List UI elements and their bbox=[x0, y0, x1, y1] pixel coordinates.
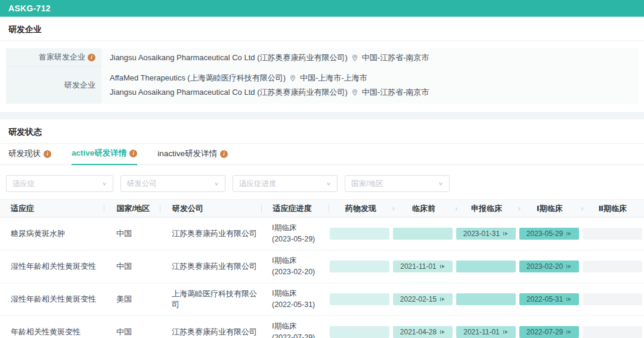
company-location: 中国-江苏省-南京市 bbox=[362, 85, 429, 100]
table-row: 糖尿病黄斑水肿 中国 江苏奥赛康药业有限公司 Ⅰ期临床(2023-05-29) … bbox=[0, 218, 644, 250]
stage-bar-preclinical bbox=[393, 228, 453, 240]
stage-bar-ind-filed[interactable]: 2021-11-01 bbox=[456, 326, 516, 338]
cell-indication: 糖尿病黄斑水肿 bbox=[0, 228, 104, 239]
stage-bar-phase2-empty bbox=[583, 293, 642, 305]
status-section-heading: 研发状态 bbox=[0, 119, 644, 144]
chevron-down-icon: ∨ bbox=[214, 181, 219, 187]
cell-progress: Ⅰ期临床(2022-05-31) bbox=[261, 288, 328, 311]
stage-bar-phase2-empty bbox=[583, 261, 642, 272]
cell-company: 江苏奥赛康药业有限公司 bbox=[160, 327, 261, 337]
stage-header-phase2: Ⅱ期临床 bbox=[581, 203, 644, 214]
cell-progress: Ⅰ期临床(2022-07-29) bbox=[261, 321, 328, 338]
stage-bar-drug-discovery bbox=[330, 261, 389, 272]
stage-header-drug-discovery: 药物发现› bbox=[329, 203, 392, 214]
cell-country: 中国 bbox=[104, 327, 160, 337]
cell-company: 江苏奥赛康药业有限公司 bbox=[160, 228, 261, 239]
stage-bar-preclinical[interactable]: 2021-04-28 bbox=[393, 326, 453, 338]
cell-progress: Ⅰ期临床(2023-05-29) bbox=[261, 222, 328, 245]
drug-title-bar: ASKG-712 bbox=[0, 0, 644, 17]
stage-bar-phase2-empty bbox=[583, 228, 642, 240]
stage-bar-phase1[interactable]: 2022-05-31 bbox=[519, 293, 579, 305]
info-icon[interactable]: i bbox=[44, 150, 51, 158]
expand-play-icon[interactable] bbox=[503, 329, 509, 335]
company-section-heading: 研发企业 bbox=[0, 17, 644, 41]
col-header-company: 研发公司 bbox=[160, 203, 261, 214]
info-icon[interactable]: i bbox=[220, 150, 228, 158]
section-separator bbox=[0, 112, 644, 119]
stage-bar-drug-discovery bbox=[330, 293, 389, 305]
location-pin-icon bbox=[351, 54, 358, 61]
table-row: 年龄相关性黄斑变性 中国 江苏奥赛康药业有限公司 Ⅰ期临床(2022-07-29… bbox=[0, 316, 644, 338]
cell-country: 中国 bbox=[104, 261, 160, 272]
country-filter-select[interactable]: 国家/地区∨ bbox=[345, 175, 450, 192]
stage-bar-drug-discovery bbox=[330, 228, 389, 240]
developers-row: 研发企业 AffaMed Therapeutics (上海蔼睦医疗科技有限公司)… bbox=[6, 67, 638, 104]
expand-play-icon[interactable] bbox=[566, 263, 572, 269]
stage-bar-ind-filed bbox=[456, 261, 516, 272]
expand-play-icon[interactable] bbox=[503, 231, 509, 237]
company-location: 中国-上海市-上海市 bbox=[300, 71, 367, 85]
expand-play-icon[interactable] bbox=[566, 231, 572, 237]
status-tabs: 研发现状 i active研发详情 i inactive研发详情 i bbox=[0, 144, 644, 165]
cell-company: 江苏奥赛康药业有限公司 bbox=[160, 261, 261, 272]
company-name: Jiangsu Aosaikang Pharmaceutical Co Ltd … bbox=[110, 51, 348, 65]
company-filter-select[interactable]: 研发公司∨ bbox=[120, 175, 225, 192]
stage-bar-phase1[interactable]: 2023-05-29 bbox=[519, 228, 579, 240]
tab-inactive-rd-details[interactable]: inactive研发详情 i bbox=[157, 148, 228, 165]
stage-header-phase1: Ⅰ期临床› bbox=[518, 203, 581, 214]
cell-company: 上海蔼睦医疗科技有限公司 bbox=[160, 289, 261, 310]
table-row: 湿性年龄相关性黄斑变性 美国 上海蔼睦医疗科技有限公司 Ⅰ期临床(2022-05… bbox=[0, 283, 644, 316]
table-header: 适应症 国家/地区 研发公司 适应症进度 药物发现› 临床前› 申报临床› Ⅰ期… bbox=[0, 199, 644, 218]
cell-indication: 湿性年龄相关性黄斑变性 bbox=[0, 261, 104, 272]
expand-play-icon[interactable] bbox=[439, 329, 445, 335]
tab-rd-current-status[interactable]: 研发现状 i bbox=[8, 148, 51, 165]
first-developer-label: 首家研发企业 i bbox=[6, 48, 101, 67]
stage-bar-ind-filed bbox=[456, 293, 516, 305]
cell-indication: 湿性年龄相关性黄斑变性 bbox=[0, 294, 104, 305]
progress-filter-select[interactable]: 适应症进度∨ bbox=[233, 175, 338, 192]
indication-filter-select[interactable]: 适应症∨ bbox=[6, 175, 113, 192]
stage-header-preclinical: 临床前› bbox=[392, 203, 456, 214]
col-header-country: 国家/地区 bbox=[104, 203, 160, 214]
company-line: Jiangsu Aosaikang Pharmaceutical Co Ltd … bbox=[110, 85, 630, 100]
drug-title: ASKG-712 bbox=[8, 4, 51, 13]
expand-play-icon[interactable] bbox=[439, 263, 445, 269]
col-header-progress: 适应症进度 bbox=[262, 203, 329, 214]
filter-bar: 适应症∨ 研发公司∨ 适应症进度∨ 国家/地区∨ bbox=[0, 165, 644, 199]
first-developer-row: 首家研发企业 i Jiangsu Aosaikang Pharmaceutica… bbox=[6, 48, 638, 67]
cell-country: 中国 bbox=[104, 228, 160, 239]
cell-progress: Ⅰ期临床(2023-02-20) bbox=[261, 255, 328, 278]
stage-bar-phase2-empty bbox=[583, 326, 642, 338]
stage-bar-preclinical[interactable]: 2022-02-15 bbox=[393, 293, 453, 305]
cell-indication: 年龄相关性黄斑变性 bbox=[0, 327, 104, 337]
location-pin-icon bbox=[351, 89, 358, 96]
chevron-down-icon: ∨ bbox=[102, 181, 107, 187]
company-name: AffaMed Therapeutics (上海蔼睦医疗科技有限公司) bbox=[110, 71, 286, 85]
cell-country: 美国 bbox=[104, 294, 160, 305]
table-row: 湿性年龄相关性黄斑变性 中国 江苏奥赛康药业有限公司 Ⅰ期临床(2023-02-… bbox=[0, 250, 644, 283]
stage-header-ind-filed: 申报临床› bbox=[455, 203, 518, 214]
stage-bar-phase1[interactable]: 2023-02-20 bbox=[519, 261, 579, 272]
expand-play-icon[interactable] bbox=[566, 296, 572, 302]
location-pin-icon bbox=[289, 75, 296, 82]
stage-bar-phase1[interactable]: 2022-07-29 bbox=[519, 326, 579, 338]
stage-bar-preclinical[interactable]: 2021-11-01 bbox=[393, 261, 453, 272]
company-location: 中国-江苏省-南京市 bbox=[362, 51, 429, 65]
chevron-down-icon: ∨ bbox=[438, 181, 443, 187]
stage-bar-ind-filed[interactable]: 2023-01-31 bbox=[456, 228, 516, 240]
developers-label: 研发企业 bbox=[6, 67, 101, 104]
tab-active-rd-details[interactable]: active研发详情 i bbox=[72, 148, 137, 165]
info-icon[interactable]: i bbox=[88, 54, 95, 61]
company-info-box: 首家研发企业 i Jiangsu Aosaikang Pharmaceutica… bbox=[6, 48, 638, 104]
expand-play-icon[interactable] bbox=[439, 296, 445, 302]
company-name: Jiangsu Aosaikang Pharmaceutical Co Ltd … bbox=[110, 85, 348, 100]
stage-bar-drug-discovery bbox=[330, 326, 389, 338]
company-line: AffaMed Therapeutics (上海蔼睦医疗科技有限公司) 中国-上… bbox=[110, 71, 630, 85]
col-header-indication: 适应症 bbox=[0, 203, 104, 214]
company-line: Jiangsu Aosaikang Pharmaceutical Co Ltd … bbox=[110, 51, 630, 65]
info-icon[interactable]: i bbox=[129, 150, 137, 157]
chevron-down-icon: ∨ bbox=[326, 181, 331, 187]
expand-play-icon[interactable] bbox=[566, 329, 572, 335]
